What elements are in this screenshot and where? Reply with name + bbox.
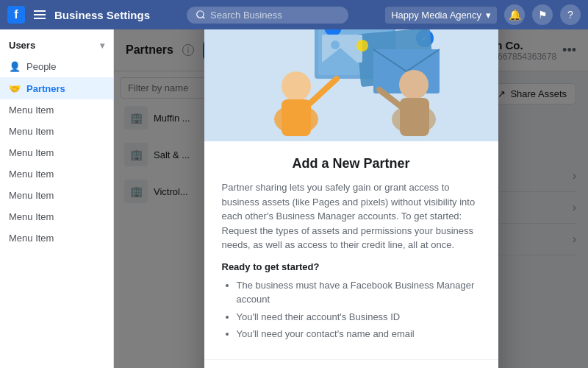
svg-point-0 [197,11,204,18]
svg-point-22 [356,40,368,52]
people-icon: 👤 [9,60,21,72]
main-layout: Users ▾ 👤 People 🤝 Partners Menu Item Me… [0,29,588,368]
sidebar-item-menu3[interactable]: Menu Item [0,142,113,163]
sidebar-item-partners-label: Partners [26,83,65,94]
sidebar-header: Users ▾ [0,35,113,55]
requirement-3: You'll need your contact's name and emai… [237,327,481,342]
sidebar-section-users: Users ▾ 👤 People 🤝 Partners Menu Item Me… [0,29,113,255]
svg-point-20 [331,40,340,49]
nav-left: f Business Settings [7,6,150,24]
menu5-label: Menu Item [9,190,54,201]
sidebar-section-title: Users [9,40,35,51]
sidebar-item-menu7[interactable]: Menu Item [0,227,113,249]
facebook-logo: f [7,6,25,24]
sidebar-item-menu1[interactable]: Menu Item [0,99,113,121]
svg-text:✓: ✓ [329,29,337,32]
nav-center [150,7,385,24]
help-icon[interactable]: ? [560,4,581,25]
chevron-down-icon: ▾ [486,10,491,21]
agency-name: Happy Media Agency [391,10,481,21]
illustration-svg: ✓ ✓ [226,29,476,138]
nav-right: Happy Media Agency ▾ 🔔 ⚑ ? [385,4,581,25]
modal-ready-label: Ready to get started? [222,261,481,272]
requirement-2: You'll need their account's Business ID [237,310,481,325]
sidebar-item-menu2[interactable]: Menu Item [0,121,113,142]
menu1-label: Menu Item [9,105,54,116]
menu6-label: Menu Item [9,211,54,222]
menu2-label: Menu Item [9,126,54,137]
search-icon [196,10,206,20]
app-title: Business Settings [54,9,150,21]
requirement-1: The business must have a Facebook Busine… [237,278,481,307]
agency-button[interactable]: Happy Media Agency ▾ [385,7,497,24]
search-input[interactable] [210,10,328,21]
menu3-label: Menu Item [9,147,54,158]
modal-footer: Not Now Get Started [204,359,498,368]
svg-rect-16 [400,98,429,136]
modal-overlay: ✕ ✓ ✓ [114,29,588,368]
modal-title: Add a New Partner [222,156,481,171]
hamburger-menu[interactable] [31,7,49,22]
notifications-icon[interactable]: 🔔 [504,4,525,25]
modal-requirements-list: The business must have a Facebook Busine… [222,278,481,342]
flag-icon[interactable]: ⚑ [532,4,553,25]
svg-point-12 [282,71,311,101]
sidebar-item-people-label: People [26,61,56,72]
svg-line-1 [203,17,205,19]
main-content: Partners i + Add 🏢 Muffin Co. ID: 490667… [114,29,588,368]
partners-icon: 🤝 [9,82,21,94]
sidebar-item-people[interactable]: 👤 People [0,55,113,77]
sidebar-item-partners[interactable]: 🤝 Partners [0,77,113,99]
modal-illustration: ✕ ✓ ✓ [204,29,498,141]
collapse-icon[interactable]: ▾ [100,40,104,51]
sidebar: Users ▾ 👤 People 🤝 Partners Menu Item Me… [0,29,114,368]
modal-body: Add a New Partner Partner sharing lets y… [204,141,498,359]
add-partner-modal: ✕ ✓ ✓ [204,29,498,368]
modal-description: Partner sharing lets you safely gain or … [222,180,481,252]
menu4-label: Menu Item [9,169,54,180]
svg-point-15 [399,70,429,99]
sidebar-item-menu4[interactable]: Menu Item [0,163,113,185]
menu7-label: Menu Item [9,233,54,244]
search-bar[interactable] [187,7,348,24]
sidebar-item-menu6[interactable]: Menu Item [0,206,113,227]
top-navigation: f Business Settings Happy Media Agency ▾… [0,0,588,29]
sidebar-item-menu5[interactable]: Menu Item [0,185,113,206]
